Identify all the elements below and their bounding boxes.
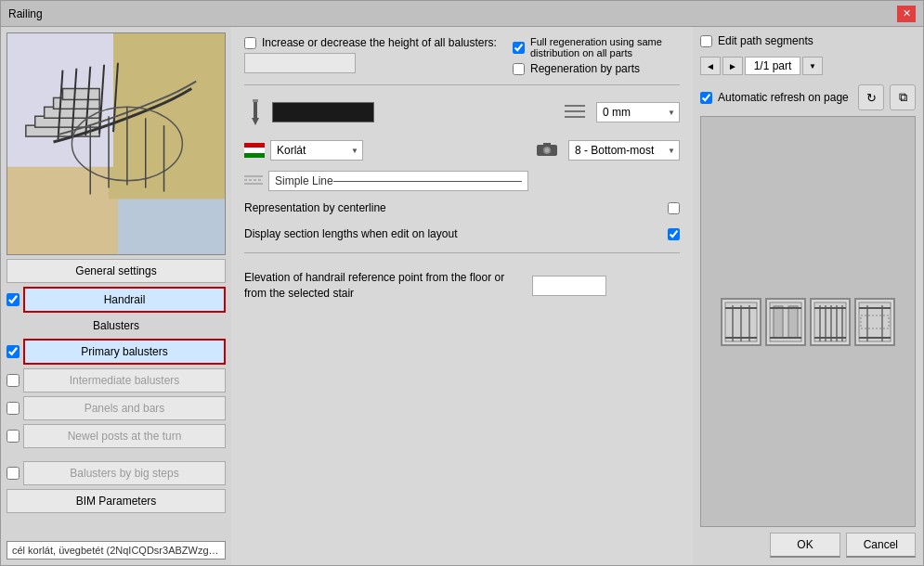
representation-label: Representation by centerline	[244, 201, 660, 214]
camera-icon	[537, 142, 557, 160]
korlat-dropdown[interactable]: Korlát	[270, 140, 363, 161]
svg-marker-21	[252, 118, 259, 125]
panels-bars-button[interactable]: Panels and bars	[23, 396, 226, 420]
regen-section: Full regeneration using same distributio…	[513, 36, 680, 75]
primary-balusters-checkbox[interactable]	[7, 345, 20, 358]
window-title: Railing	[8, 7, 43, 20]
balusters-big-button[interactable]: Balusters by big steps	[23, 461, 226, 485]
thumbnail-1[interactable]	[721, 298, 761, 346]
newel-posts-checkbox[interactable]	[7, 430, 20, 443]
balusters-big-row: Balusters by big steps	[7, 461, 226, 485]
increase-checkbox[interactable]	[244, 37, 256, 49]
bim-parameters-button[interactable]: BIM Parameters	[7, 489, 226, 513]
svg-rect-2	[109, 33, 225, 199]
intermediate-balusters-button[interactable]: Intermediate balusters	[23, 368, 226, 392]
titlebar: Railing ✕	[1, 1, 923, 27]
svg-rect-20	[254, 101, 257, 118]
korlat-dropdown-wrapper[interactable]: Korlát	[270, 140, 363, 161]
handrail-checkbox[interactable]	[7, 293, 20, 306]
newel-posts-row: Newel posts at the turn	[7, 424, 226, 448]
mm-dropdown[interactable]: 0 mm	[596, 102, 680, 122]
svg-rect-44	[788, 306, 798, 338]
line-style-sample[interactable]: Simple Line	[268, 171, 528, 191]
nav-row: ◄ ► 1/1 part ▼	[700, 57, 916, 75]
handrail-button[interactable]: Handrail	[23, 287, 226, 313]
full-regen-row: Full regeneration using same distributio…	[513, 36, 680, 58]
panels-bars-row: Panels and bars	[7, 396, 226, 420]
svg-rect-26	[244, 143, 265, 148]
elevation-row: Elevation of handrail reference point fr…	[244, 270, 680, 302]
primary-balusters-button[interactable]: Primary balusters	[23, 339, 226, 365]
refresh-icon: ↻	[866, 91, 877, 105]
auto-refresh-label: Automatic refresh on page	[718, 91, 852, 104]
full-regen-checkbox[interactable]	[513, 42, 525, 54]
edit-path-checkbox[interactable]	[700, 35, 712, 47]
preview-image	[7, 32, 226, 255]
svg-rect-32	[543, 143, 551, 147]
korlatrow: Korlát 8 - Bottom-most	[244, 137, 680, 163]
elevation-input[interactable]: 0 m	[532, 276, 606, 296]
panels-bars-checkbox[interactable]	[7, 402, 20, 415]
next-button[interactable]: ►	[722, 57, 743, 75]
auto-refresh-checkbox[interactable]	[700, 92, 712, 104]
flag-icon	[244, 143, 265, 158]
thumbnail-4[interactable]	[854, 298, 895, 346]
center-panel: Increase or decrease the height of all b…	[231, 27, 693, 565]
balusters-section-label: Balusters	[7, 316, 226, 335]
separator1	[244, 84, 680, 85]
bottom-most-dropdown[interactable]: 8 - Bottom-most	[568, 140, 680, 161]
status-text: cél korlát, üvegbetét (2NqICQDsr3ABZWzgz…	[7, 541, 226, 560]
color-swatch[interactable]	[272, 102, 374, 122]
height-input[interactable]: 0 m	[244, 53, 356, 73]
representation-checkbox[interactable]	[668, 202, 680, 214]
newel-posts-button[interactable]: Newel posts at the turn	[23, 424, 226, 448]
display-section-checkbox[interactable]	[668, 228, 680, 240]
top-options-row: Increase or decrease the height of all b…	[244, 36, 680, 75]
copy-button[interactable]: ⧉	[890, 84, 916, 110]
main-content: General settings Handrail Balusters Prim…	[1, 27, 923, 565]
bottom-most-wrapper[interactable]: 8 - Bottom-most	[568, 140, 680, 161]
prev-button[interactable]: ◄	[700, 57, 721, 75]
handrail-row: Handrail	[7, 287, 226, 313]
color-row: 0 mm	[244, 95, 680, 130]
refresh-button[interactable]: ↻	[858, 84, 884, 110]
ok-button[interactable]: OK	[770, 533, 839, 558]
bottom-buttons: OK Cancel	[700, 533, 916, 558]
mm-dropdown-wrapper[interactable]: 0 mm	[596, 102, 680, 122]
spacer	[7, 452, 226, 457]
svg-rect-22	[253, 99, 258, 102]
close-button[interactable]: ✕	[897, 6, 916, 22]
svg-rect-28	[244, 153, 265, 158]
svg-rect-8	[62, 89, 99, 100]
part-dropdown[interactable]: ▼	[802, 57, 823, 75]
increase-label: Increase or decrease the height of all b…	[262, 36, 497, 49]
line-style-icon	[244, 174, 263, 188]
pencil-icon	[244, 97, 267, 127]
line-separator	[333, 181, 522, 182]
right-panel: Edit path segments ◄ ► 1/1 part ▼ Automa…	[693, 27, 923, 565]
display-section-row: Display section lengths when edit on lay…	[244, 225, 680, 243]
preview-area	[700, 116, 916, 527]
thumbnails-container	[715, 292, 901, 352]
increase-section: Increase or decrease the height of all b…	[244, 36, 497, 73]
increase-row: Increase or decrease the height of all b…	[244, 36, 497, 49]
line-style-label: Simple Line	[275, 174, 333, 187]
line-style-row: Simple Line	[244, 171, 680, 191]
separator2	[244, 252, 680, 253]
svg-point-31	[545, 148, 550, 152]
display-section-label: Display section lengths when edit on lay…	[244, 227, 660, 240]
cancel-button[interactable]: Cancel	[846, 533, 916, 558]
copy-icon: ⧉	[899, 90, 907, 105]
lines-icon	[565, 104, 585, 122]
regen-parts-checkbox[interactable]	[513, 63, 525, 75]
intermediate-balusters-checkbox[interactable]	[7, 374, 20, 387]
balusters-big-checkbox[interactable]	[7, 467, 20, 480]
auto-refresh-row: Automatic refresh on page ↻ ⧉	[700, 84, 916, 110]
thumbnail-3[interactable]	[810, 298, 851, 346]
thumbnail-2[interactable]	[765, 298, 806, 346]
edit-path-row: Edit path segments	[700, 34, 916, 47]
main-window: Railing ✕	[0, 0, 924, 566]
elevation-label: Elevation of handrail reference point fr…	[244, 270, 523, 302]
general-settings-button[interactable]: General settings	[7, 259, 226, 283]
svg-rect-27	[244, 148, 265, 153]
